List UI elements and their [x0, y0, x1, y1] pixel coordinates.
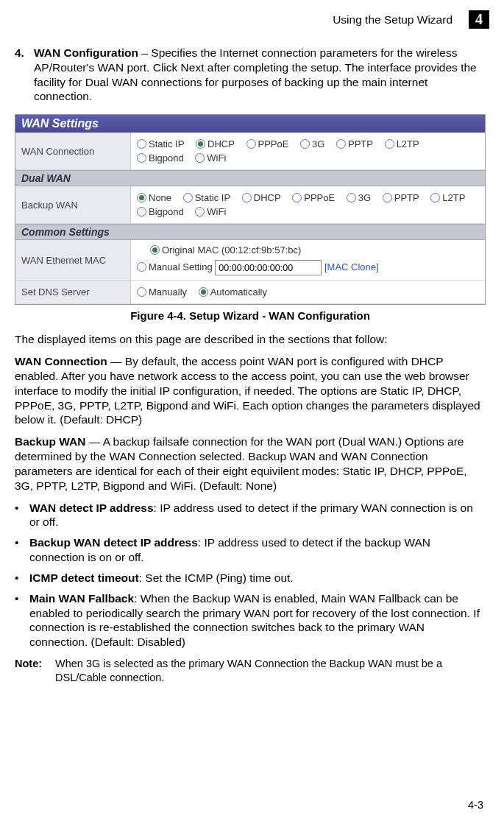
opts-wan-mac: Original MAC (00:12:cf:9b:57:bc) Manual …: [131, 240, 486, 281]
radio-bw-none[interactable]: [137, 193, 146, 203]
row-dns-server: Set DNS Server Manually Automatically: [15, 281, 485, 304]
note-text: When 3G is selected as the primary WAN C…: [55, 657, 486, 684]
radio-original-mac[interactable]: [150, 245, 160, 255]
bullet-backup-detect: • Backup WAN detect IP address: IP addre…: [15, 535, 486, 565]
opts-wan-connection: Static IP DHCP PPPoE 3G PPTP L2TP Bigpon…: [131, 133, 486, 170]
wan-connection-paragraph: WAN Connection — By default, the access …: [15, 354, 486, 427]
radio-bw-pptp[interactable]: [383, 193, 392, 203]
radio-wifi[interactable]: [195, 153, 205, 163]
radio-bw-dhcp[interactable]: [242, 193, 252, 203]
running-header: Using the Setup Wizard: [333, 13, 452, 27]
note-paragraph: Note: When 3G is selected as the primary…: [15, 657, 486, 684]
common-settings-subbar: Common Settings: [15, 224, 485, 240]
wan-connection-label: WAN Connection: [15, 355, 107, 367]
radio-manual-mac[interactable]: [137, 262, 146, 272]
radio-pppoe[interactable]: [246, 139, 256, 149]
wan-settings-screenshot: WAN Settings WAN Connection Static IP DH…: [15, 114, 486, 305]
row-wan-mac: WAN Ethernet MAC Original MAC (00:12:cf:…: [15, 240, 485, 281]
radio-bw-bigpond[interactable]: [137, 207, 146, 217]
opts-dns-server: Manually Automatically: [131, 281, 486, 304]
manual-mac-input[interactable]: [215, 260, 322, 275]
radio-3g[interactable]: [300, 139, 310, 149]
bullet-icmp: • ICMP detect timeout: Set the ICMP (Pin…: [15, 571, 486, 585]
backup-wan-paragraph: Backup WAN — A backup failsafe connectio…: [15, 434, 486, 493]
bullet-fallback: • Main WAN Fallback: When the Backup WAN…: [15, 591, 486, 650]
step-number: 4.: [15, 46, 34, 104]
radio-l2tp[interactable]: [385, 139, 394, 149]
radio-bw-wifi[interactable]: [195, 207, 205, 217]
bullet-wan-detect: • WAN detect IP address: IP address used…: [15, 501, 486, 530]
radio-bw-static[interactable]: [183, 193, 193, 203]
row-backup-wan: Backup WAN None Static IP DHCP PPPoE 3G …: [15, 186, 485, 224]
radio-static-ip[interactable]: [137, 139, 146, 149]
intro-paragraph: The displayed items on this page are des…: [15, 332, 486, 347]
label-wan-mac: WAN Ethernet MAC: [15, 240, 131, 281]
radio-bigpond[interactable]: [137, 153, 146, 163]
chapter-number-box: 4: [469, 10, 489, 29]
opts-backup-wan: None Static IP DHCP PPPoE 3G PPTP L2TP B…: [131, 186, 486, 224]
wan-settings-titlebar: WAN Settings: [15, 115, 485, 133]
step-text: WAN Configuration – Specifies the Intern…: [34, 46, 486, 104]
backup-wan-label: Backup WAN: [15, 435, 85, 448]
figure-caption: Figure 4-4. Setup Wizard - WAN Configura…: [15, 309, 486, 322]
radio-dns-manual[interactable]: [137, 287, 146, 297]
radio-dns-auto[interactable]: [199, 287, 208, 297]
label-wan-connection: WAN Connection: [15, 133, 131, 170]
note-label: Note:: [15, 657, 55, 684]
radio-dhcp[interactable]: [196, 139, 205, 149]
radio-bw-pppoe[interactable]: [292, 193, 302, 203]
row-wan-connection: WAN Connection Static IP DHCP PPPoE 3G P…: [15, 133, 485, 170]
label-backup-wan: Backup WAN: [15, 186, 131, 224]
label-dns-server: Set DNS Server: [15, 281, 131, 304]
radio-bw-l2tp[interactable]: [430, 193, 440, 203]
step-paragraph: 4. WAN Configuration – Specifies the Int…: [15, 46, 486, 104]
radio-pptp[interactable]: [336, 139, 346, 149]
radio-bw-3g[interactable]: [347, 193, 356, 203]
step-lead-bold: WAN Configuration: [34, 46, 138, 59]
mac-clone-link[interactable]: [MAC Clone]: [324, 261, 379, 272]
dual-wan-subbar: Dual WAN: [15, 170, 485, 186]
page-number: 4-3: [468, 799, 483, 811]
